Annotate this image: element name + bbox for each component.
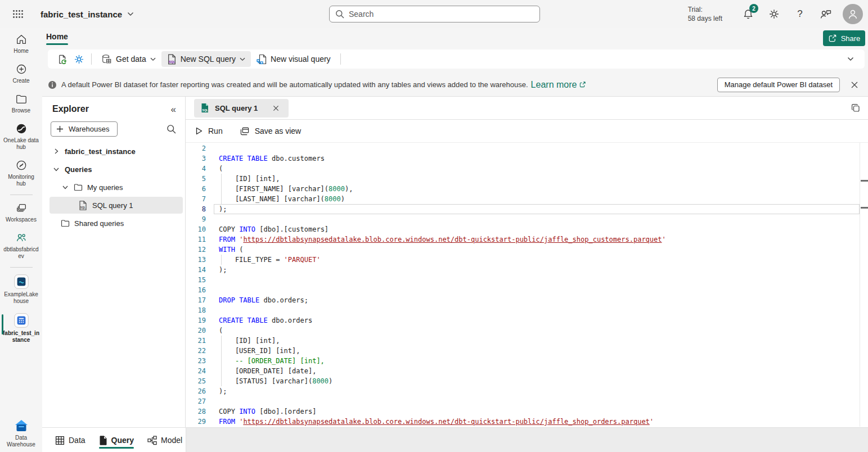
ribbon-collapse-button[interactable] <box>842 51 859 67</box>
rail-item-label: Data Warehouse <box>3 435 40 448</box>
rail-item-workspaces[interactable]: Workspaces <box>0 202 42 223</box>
search-input[interactable] <box>349 10 534 19</box>
save-as-view-button[interactable]: Save as view <box>240 126 301 136</box>
rail-item-examplelakehouse[interactable]: ExampleLakehouse <box>0 274 42 305</box>
code-line-25[interactable]: 25 [STATUS] [varchar](8000) <box>186 376 868 386</box>
code-line-23[interactable]: 23 -- [ORDER_DATE] [int], <box>186 356 868 366</box>
refresh-button[interactable] <box>53 51 70 67</box>
rail-item-data-warehouse[interactable]: Data Warehouse <box>0 419 42 448</box>
plus-icon <box>56 125 64 133</box>
code-line-11[interactable]: 11FROM 'https://dbtlabsynapsedatalake.bl… <box>186 234 868 245</box>
rail-item-label: fabric_test_instance <box>3 330 40 343</box>
manage-dataset-button[interactable]: Manage default Power BI dataset <box>717 78 840 92</box>
code-line-21[interactable]: 21 [ID] [int], <box>186 336 868 346</box>
workspace-switcher[interactable]: fabric_test_instance <box>41 10 134 19</box>
code-line-7[interactable]: 7 [LAST_NAME] [varchar](8000) <box>186 194 868 204</box>
code-line-15[interactable]: 15 <box>186 275 868 285</box>
chevron-down-icon[interactable] <box>52 166 61 173</box>
code-line-19[interactable]: 19CREATE TABLE dbo.orders <box>186 315 868 326</box>
notifications-button[interactable]: 2 <box>737 3 759 25</box>
line-number: 7 <box>186 194 206 204</box>
folder-icon <box>74 183 83 192</box>
code-line-8[interactable]: 8); <box>186 204 868 214</box>
line-number: 4 <box>186 164 206 174</box>
ribbon-toolbar: Get data SQL New SQL query New visual qu… <box>48 49 865 69</box>
ribbon-tab-home[interactable]: Home <box>46 32 68 41</box>
settings-button[interactable] <box>763 3 785 25</box>
code-text: [FIRST_NAME] [varchar](8000), <box>219 184 353 194</box>
query-tab[interactable]: SQL SQL query 1 <box>194 99 289 117</box>
close-tab-button[interactable] <box>271 103 281 113</box>
code-line-29[interactable]: 29FROM 'https://dbtlabsynapsedatalake.bl… <box>186 417 868 427</box>
chevron-down-icon[interactable] <box>61 184 70 191</box>
rail-item-dbtlabsfabricdev[interactable]: dbtlabsfabricdev <box>0 232 42 260</box>
share-button[interactable]: Share <box>823 30 865 46</box>
new-sql-query-button[interactable]: SQL New SQL query <box>161 51 251 67</box>
query-tab-strip: SQL SQL query 1 <box>186 97 868 120</box>
line-number: 26 <box>186 386 206 396</box>
rail-item-monitoring-hub[interactable]: Monitoring hub <box>0 159 42 187</box>
explorer-search-icon[interactable] <box>167 124 176 134</box>
code-line-26[interactable]: 26); <box>186 386 868 396</box>
trial-status: Trial: 58 days left <box>688 5 722 23</box>
code-line-6[interactable]: 6 [FIRST_NAME] [varchar](8000), <box>186 184 868 194</box>
code-line-22[interactable]: 22 [USER_ID] [int], <box>186 346 868 356</box>
code-line-18[interactable]: 18 <box>186 305 868 315</box>
code-line-28[interactable]: 28COPY INTO [dbo].[orders] <box>186 406 868 417</box>
code-line-13[interactable]: 13 FILE_TYPE = 'PARQUET' <box>186 255 868 265</box>
code-line-5[interactable]: 5 [ID] [int], <box>186 174 868 184</box>
get-data-button[interactable]: Get data <box>96 51 161 67</box>
code-line-2[interactable]: 2 <box>186 143 868 153</box>
rail-item-fabric-test-instance[interactable]: fabric_test_instance <box>0 313 42 343</box>
rail-item-create[interactable]: Create <box>0 63 42 84</box>
query-tab-label: SQL query 1 <box>215 104 258 112</box>
tree-item-queries[interactable]: Queries <box>50 161 183 178</box>
help-button[interactable]: ? <box>789 3 811 25</box>
tree-item-shared-queries[interactable]: Shared queries <box>50 215 183 232</box>
code-line-27[interactable]: 27 <box>186 396 868 406</box>
run-button[interactable]: Run <box>195 126 223 135</box>
onelake-icon <box>15 123 28 135</box>
new-warehouse-button[interactable]: Warehouses <box>51 121 118 137</box>
tree-item-my-queries[interactable]: My queries <box>50 179 183 196</box>
collapse-panel-icon[interactable]: « <box>171 105 176 114</box>
view-tab-query[interactable]: Query <box>99 428 134 452</box>
code-line-17[interactable]: 17DROP TABLE dbo.orders; <box>186 295 868 305</box>
svg-text:SQL: SQL <box>80 206 86 209</box>
lakehouse-icon <box>14 274 29 289</box>
code-line-14[interactable]: 14); <box>186 265 868 275</box>
code-line-24[interactable]: 24 [ORDER_DATE] [date], <box>186 366 868 376</box>
view-tab-data[interactable]: Data <box>55 428 86 452</box>
code-line-9[interactable]: 9 <box>186 214 868 224</box>
line-number: 9 <box>186 214 206 224</box>
line-number: 8 <box>186 204 206 214</box>
banner-close-button[interactable] <box>845 76 863 94</box>
tree-item-fabric-test-instance[interactable]: fabric_test_instance <box>50 143 183 160</box>
code-line-4[interactable]: 4( <box>186 164 868 174</box>
line-number: 11 <box>186 234 206 245</box>
rail-item-home[interactable]: Home <box>0 33 42 55</box>
avatar[interactable] <box>843 4 863 24</box>
info-banner: A default Power BI dataset for faster re… <box>42 73 868 97</box>
rail-item-browse[interactable]: Browse <box>0 93 42 114</box>
tree-item-sql-query-1[interactable]: SQLSQL query 1 <box>50 197 183 214</box>
copy-button[interactable] <box>851 103 861 113</box>
line-number: 29 <box>186 417 206 427</box>
learn-more-link[interactable]: Learn more <box>531 80 587 90</box>
tree-item-label: Queries <box>65 165 92 174</box>
code-line-20[interactable]: 20( <box>186 326 868 336</box>
code-line-10[interactable]: 10COPY INTO [dbo].[customers] <box>186 224 868 234</box>
view-tab-model[interactable]: Model <box>147 428 182 452</box>
explorer-panel: Explorer « Warehouses fabric_test_instan… <box>42 97 186 427</box>
rail-item-onelake-data-hub[interactable]: OneLake data hub <box>0 123 42 151</box>
code-line-16[interactable]: 16 <box>186 285 868 295</box>
feedback-button[interactable] <box>815 3 837 25</box>
chevron-right-icon[interactable] <box>52 148 61 155</box>
code-line-12[interactable]: 12WITH ( <box>186 245 868 255</box>
new-visual-query-button[interactable]: New visual query <box>251 51 336 67</box>
sql-editor[interactable]: 23CREATE TABLE dbo.customers4(5 [ID] [in… <box>186 143 868 427</box>
app-launcher-button[interactable] <box>6 2 30 26</box>
object-tree: fabric_test_instanceQueriesMy queriesSQL… <box>42 143 185 232</box>
code-line-3[interactable]: 3CREATE TABLE dbo.customers <box>186 153 868 164</box>
query-settings-button[interactable] <box>70 51 87 67</box>
